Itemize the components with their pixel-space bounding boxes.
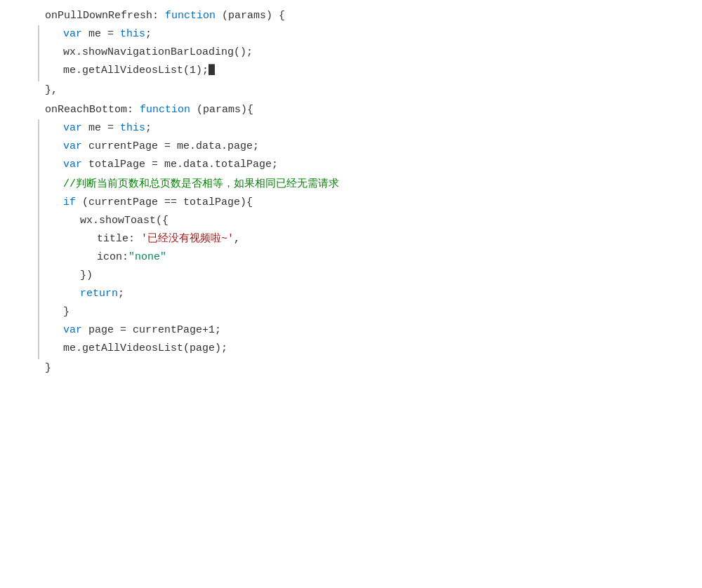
code-token: var (63, 322, 82, 339)
code-line: icon:"none" (38, 248, 702, 267)
code-line: wx.showToast({ (38, 212, 702, 230)
code-token: onReachBottom: (45, 102, 140, 119)
code-line: title: '已经没有视频啦~', (38, 230, 702, 248)
code-token: , (234, 231, 240, 248)
code-token: totalPage = me.data.totalPage; (82, 156, 278, 173)
code-token: }, (45, 82, 58, 99)
code-line: wx.showNavigationBarLoading(); (38, 44, 702, 62)
code-line: onPullDownRefresh: function (params) { (0, 7, 702, 25)
code-token: if (63, 194, 76, 211)
code-line: me.getAllVideosList(1);█ (38, 62, 702, 80)
code-line: var me = this; (38, 25, 702, 44)
code-token: wx.showNavigationBarLoading(); (63, 44, 253, 61)
code-token: ; (145, 120, 152, 137)
code-token: } (45, 360, 51, 377)
code-line: } (38, 303, 702, 321)
code-line: return; (38, 285, 702, 303)
code-line: if (currentPage == totalPage){ (38, 194, 702, 212)
code-token: ; (118, 286, 124, 302)
code-token: //判断当前页数和总页数是否相等，如果相同已经无需请求 (63, 176, 339, 193)
code-token: me.getAllVideosList(1); (63, 62, 208, 79)
code-token: currentPage = me.data.page; (82, 138, 259, 155)
code-line: var currentPage = me.data.page; (38, 138, 702, 156)
code-token: page = currentPage+1; (82, 322, 221, 339)
code-token: function (165, 8, 216, 25)
code-line: }, (0, 81, 702, 100)
code-token: wx.showToast({ (80, 213, 168, 229)
code-token: this (120, 26, 145, 43)
code-token: '已经没有视频啦~' (141, 231, 234, 248)
code-line: } (0, 359, 702, 377)
code-line: //判断当前页数和总页数是否相等，如果相同已经无需请求 (38, 175, 702, 194)
code-token: "none" (128, 249, 166, 266)
code-token: ; (145, 26, 152, 43)
code-token: var (63, 120, 82, 137)
code-token: (currentPage == totalPage){ (76, 194, 253, 211)
code-token: this (120, 120, 145, 137)
code-token: onPullDownRefresh: (45, 8, 165, 25)
code-line: onReachBottom: function (params){ (0, 101, 702, 119)
code-token: }) (80, 267, 93, 284)
code-token: var (63, 156, 82, 173)
code-token: icon: (97, 249, 128, 266)
code-token: } (63, 304, 69, 321)
code-token: me.getAllVideosList(page); (63, 340, 227, 357)
code-token: return (80, 286, 118, 302)
code-line: me.getAllVideosList(page); (38, 340, 702, 358)
code-token: me = (82, 26, 120, 43)
code-token: (params) { (216, 8, 285, 25)
code-token: (params){ (190, 102, 253, 119)
code-line: }) (38, 267, 702, 285)
code-token: function (140, 102, 190, 119)
code-token: title: (97, 231, 141, 248)
code-editor: onPullDownRefresh: function (params) {va… (0, 0, 702, 588)
code-line: var me = this; (38, 119, 702, 138)
code-token: █ (208, 62, 215, 79)
code-token: me = (82, 120, 120, 137)
code-token: var (63, 138, 82, 155)
code-line: var totalPage = me.data.totalPage; (38, 156, 702, 174)
code-line: var page = currentPage+1; (38, 321, 702, 340)
code-token: var (63, 26, 82, 43)
